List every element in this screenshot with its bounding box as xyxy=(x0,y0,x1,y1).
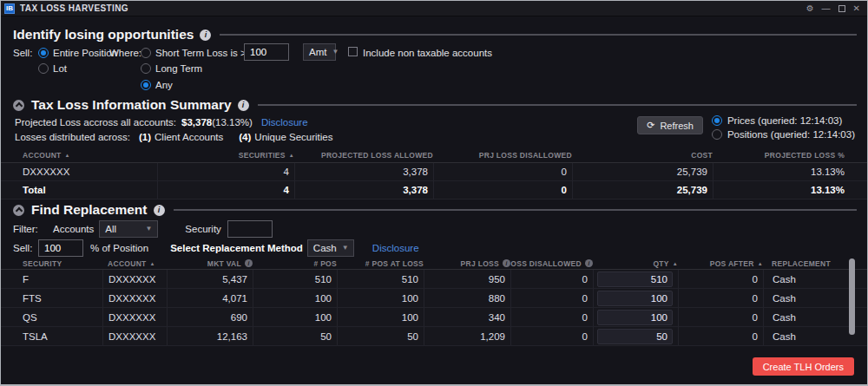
window-title: TAX LOSS HARVESTING xyxy=(20,3,128,13)
radio-positions-label: Positions (queried: 12:14:03) xyxy=(727,129,855,140)
pct-of-position-label: % of Position xyxy=(90,243,148,253)
qty-input[interactable]: 100 xyxy=(597,291,673,306)
column-header-projected-loss[interactable]: PROJECTED LOSS % xyxy=(713,148,867,162)
column-header-mkt-val[interactable]: MKT VALi xyxy=(167,258,253,269)
loss-unit-dropdown[interactable]: Amt ▼ xyxy=(303,43,336,61)
replacement-table-body: FDXXXXXX5,43751051095005100CashFTSDXXXXX… xyxy=(1,270,867,346)
radio-lot-label[interactable]: Lot xyxy=(53,62,67,75)
include-non-taxable-label[interactable]: Include non taxable accounts xyxy=(363,47,492,59)
unique-securities-label: Unique Securities xyxy=(254,132,332,142)
column-header-account[interactable]: ACCOUNT▲ xyxy=(102,258,167,269)
accounts-label: Accounts xyxy=(53,224,94,234)
include-non-taxable-checkbox[interactable] xyxy=(348,47,358,56)
close-icon[interactable]: ✕ xyxy=(853,4,860,13)
sell-label: Sell: xyxy=(13,47,32,59)
qty-input[interactable]: 510 xyxy=(597,272,673,287)
column-header-cost[interactable]: COST xyxy=(572,148,713,162)
radio-any-label[interactable]: Any xyxy=(155,79,173,91)
table-cell-pos-after: 0 xyxy=(678,270,763,288)
refresh-button[interactable]: ⟳ Refresh xyxy=(637,116,703,134)
collapse-chevron-icon[interactable] xyxy=(13,100,24,111)
table-cell-prj-loss-disallowed: 0 xyxy=(510,327,593,345)
info-icon: i xyxy=(585,259,593,267)
loss-unit-value: Amt xyxy=(309,46,326,58)
column-header-security[interactable]: SECURITY xyxy=(1,258,102,269)
summary-table-header: ACCOUNT▲SECURITIES▲PROJECTED LOSS ALLOWE… xyxy=(1,148,867,163)
sell-percent-input[interactable] xyxy=(38,239,83,257)
column-label: REPLACEMENT xyxy=(772,259,831,268)
table-cell-projected-loss: 13.13% xyxy=(713,163,867,180)
column-label: # POS xyxy=(313,259,337,268)
column-header-pos[interactable]: # POS xyxy=(253,258,337,269)
qty-input[interactable]: 50 xyxy=(597,329,673,344)
column-label: MKT VAL xyxy=(207,259,241,268)
radio-positions[interactable] xyxy=(712,129,722,140)
table-cell-prj-loss-disallowed: 0 xyxy=(510,270,593,288)
identify-section-header: Identify losing opportunities i xyxy=(13,27,857,43)
disclosure-link[interactable]: Disclosure xyxy=(372,243,419,253)
vertical-scrollbar[interactable] xyxy=(849,258,855,335)
radio-short-term-label[interactable]: Short Term xyxy=(155,47,204,59)
column-header-prj-loss-disallowed[interactable]: PRJ LOSS DISALLOWED xyxy=(433,148,572,162)
radio-entire-position-label[interactable]: Entire Position xyxy=(53,47,117,59)
radio-long-term[interactable] xyxy=(141,63,151,74)
column-header-projected-loss-allowed[interactable]: PROJECTED LOSS ALLOWED xyxy=(294,148,433,162)
column-header-pos-after[interactable]: POS AFTER▲ xyxy=(678,258,763,269)
column-header-pos-at-loss[interactable]: # POS AT LOSS xyxy=(337,258,424,269)
table-cell-pos-after: 0 xyxy=(678,327,763,345)
column-header-securities[interactable]: SECURITIES▲ xyxy=(157,148,294,162)
table-cell-prj-loss: 340 xyxy=(424,308,510,326)
summary-content: Projected Loss accross all accounts: $3,… xyxy=(1,115,867,145)
column-label: SECURITIES xyxy=(239,151,286,160)
table-cell-prj-loss-disallowed: 0 xyxy=(433,163,572,180)
accounts-dropdown[interactable]: All ▼ xyxy=(99,220,158,238)
distributed-label: Losses distributed across: xyxy=(15,132,130,142)
column-header-qty[interactable]: QTY▲ xyxy=(593,258,678,269)
prices-radio-row[interactable]: Prices (queried: 12:14:03) xyxy=(712,115,855,126)
table-cell-projected-loss-allowed: 3,378 xyxy=(294,181,433,199)
identify-heading: Identify losing opportunities xyxy=(13,27,194,43)
radio-any[interactable] xyxy=(141,80,151,90)
table-cell-prj-loss: 950 xyxy=(424,270,510,288)
table-cell-pos: 50 xyxy=(253,327,337,345)
chevron-down-icon: ▼ xyxy=(145,225,152,232)
table-cell-pos: 100 xyxy=(253,289,337,307)
table-cell-mkt-val: 690 xyxy=(167,308,253,326)
radio-lot[interactable] xyxy=(38,63,49,74)
maximize-icon[interactable] xyxy=(838,5,845,12)
positions-radio-row[interactable]: Positions (queried: 12:14:03) xyxy=(712,129,855,140)
table-cell-pos-at-loss: 510 xyxy=(337,270,424,288)
radio-long-term-label[interactable]: Long Term xyxy=(155,62,202,75)
column-header-account[interactable]: ACCOUNT▲ xyxy=(1,148,157,162)
info-icon[interactable]: i xyxy=(200,29,211,41)
summary-heading: Tax Loss Information Summary xyxy=(31,97,232,113)
minimize-icon[interactable]: — xyxy=(822,4,831,13)
column-label: PRJ LOSS xyxy=(461,259,499,268)
disclosure-link[interactable]: Disclosure xyxy=(261,117,308,128)
radio-entire-position[interactable] xyxy=(38,48,49,58)
replacement-method-dropdown[interactable]: Cash ▼ xyxy=(307,239,354,257)
column-header-prj-loss[interactable]: PRJ LOSSi xyxy=(424,258,510,269)
settings-gear-icon[interactable]: ⚙ xyxy=(806,4,814,13)
table-cell-mkt-val: 12,163 xyxy=(167,327,253,345)
table-row: QSDXXXXXX69010010034001000Cash xyxy=(1,308,867,327)
filter-label: Filter: xyxy=(13,224,53,234)
table-cell-qty: 50 xyxy=(593,327,678,345)
tax-loss-harvesting-window: IB TAX LOSS HARVESTING ⚙ — ✕ Identify lo… xyxy=(0,0,868,386)
column-label: COST xyxy=(691,151,713,160)
table-cell-projected-loss-allowed: 3,378 xyxy=(294,163,433,180)
security-filter-input[interactable] xyxy=(227,220,273,238)
table-cell-pos: 510 xyxy=(253,270,337,288)
create-tlh-orders-button[interactable]: Create TLH Orders xyxy=(753,357,854,376)
radio-prices[interactable] xyxy=(712,115,722,126)
info-icon[interactable]: i xyxy=(238,100,249,111)
summary-table: ACCOUNT▲SECURITIES▲PROJECTED LOSS ALLOWE… xyxy=(1,148,867,200)
radio-short-term[interactable] xyxy=(141,48,151,58)
info-icon[interactable]: i xyxy=(154,205,165,216)
summary-table-body: DXXXXXX43,378025,73913.13%Total43,378025… xyxy=(1,163,867,200)
collapse-chevron-icon[interactable] xyxy=(13,205,24,216)
table-cell-cost: 25,739 xyxy=(572,163,713,180)
column-header-prj-loss-disallowed[interactable]: PRJ LOSS DISALLOWEDi xyxy=(510,258,593,269)
qty-input[interactable]: 100 xyxy=(597,310,673,325)
loss-threshold-input[interactable] xyxy=(244,43,289,61)
